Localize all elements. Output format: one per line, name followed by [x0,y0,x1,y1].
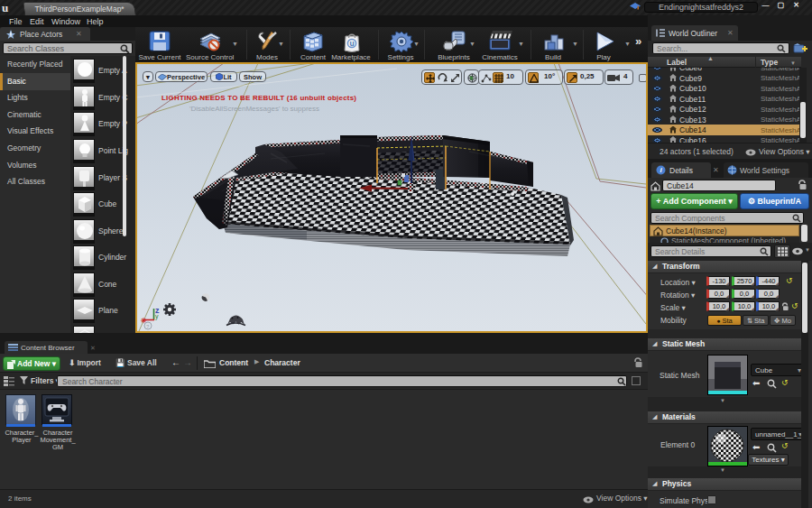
svg-text:y: y [155,313,159,320]
svg-text:u: u [349,39,354,48]
